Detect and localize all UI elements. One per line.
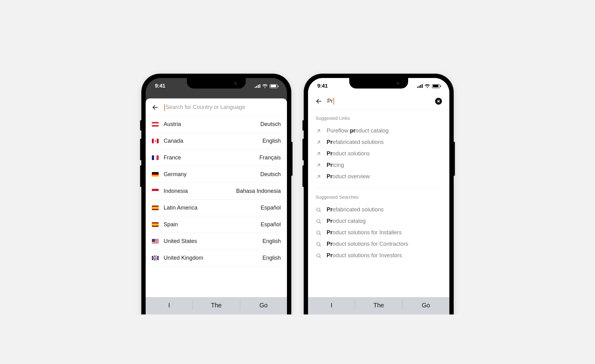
- svg-line-4: [317, 130, 320, 132]
- keyboard-row[interactable]: qwertyuiop: [308, 313, 449, 314]
- flag-icon: [152, 222, 159, 227]
- country-language: English: [262, 238, 281, 245]
- country-name: United States: [164, 238, 197, 245]
- keyboard-suggestion[interactable]: The: [192, 300, 240, 310]
- back-icon[interactable]: [152, 104, 159, 111]
- suggested-search[interactable]: Product solutions for Installers: [315, 227, 442, 238]
- search-icon: [315, 219, 322, 224]
- svg-line-18: [320, 257, 321, 258]
- country-row[interactable]: United StatesEnglish: [152, 233, 281, 250]
- country-language: Español: [261, 221, 281, 228]
- flag-icon: [152, 189, 159, 193]
- status-time: 9:41: [155, 83, 165, 89]
- search-bar[interactable]: Search for Country or Language: [146, 98, 287, 116]
- country-row[interactable]: ✦CanadaEnglish: [152, 133, 281, 150]
- country-row[interactable]: IndonesiaBahasa Indonesia: [152, 183, 281, 200]
- battery-icon: [270, 84, 278, 88]
- country-name: United Kingdom: [164, 255, 203, 261]
- side-button: [302, 165, 304, 187]
- search-input[interactable]: Pr: [327, 98, 334, 105]
- suggested-search[interactable]: Product solutions for Investors: [315, 250, 442, 261]
- suggested-link[interactable]: Product overview: [315, 171, 442, 182]
- keyboard-suggestion[interactable]: I: [146, 297, 192, 313]
- keyboard-suggestion[interactable]: Go: [240, 300, 287, 310]
- side-button: [140, 139, 142, 160]
- suggested-search[interactable]: Prefabricated solutions: [315, 204, 442, 215]
- search-page: Pr Suggested Links Pureflow product cata…: [308, 78, 449, 314]
- svg-line-8: [317, 176, 320, 178]
- suggested-search[interactable]: Product catalog: [315, 215, 442, 227]
- flag-icon: [152, 256, 159, 260]
- suggested-link[interactable]: Pureflow product catalog: [315, 125, 442, 136]
- phone-left: 9:41 Search for Country or Language Au: [141, 74, 291, 314]
- search-input-value: Pr: [327, 98, 333, 104]
- arrow-ne-icon: [315, 140, 322, 145]
- country-language: Français: [259, 154, 281, 161]
- country-language: Bahasa Indonesia: [236, 188, 281, 194]
- side-button: [302, 120, 304, 131]
- cellular-icon: [255, 84, 260, 88]
- suggested-links-list: Pureflow product catalogPrefabricated so…: [315, 125, 442, 182]
- country-row[interactable]: FranceFrançais: [152, 150, 281, 166]
- suggested-searches-list: Prefabricated solutionsProduct catalogPr…: [315, 204, 442, 261]
- flag-icon: ✦: [152, 139, 159, 143]
- flag-icon: [152, 172, 159, 177]
- wifi-icon: [262, 84, 268, 88]
- keyboard-suggestions[interactable]: ITheGo: [146, 297, 287, 313]
- suggested-link[interactable]: Prefabricated solutions: [315, 136, 442, 148]
- search-icon: [315, 253, 322, 258]
- keyboard-suggestion[interactable]: I: [308, 297, 355, 313]
- country-language: English: [262, 138, 281, 144]
- suggestion-text: Prefabricated solutions: [327, 206, 384, 213]
- suggested-search[interactable]: Product solutions for Contractors: [315, 238, 442, 250]
- keyboard-suggestion[interactable]: The: [355, 300, 402, 310]
- search-icon: [315, 241, 322, 247]
- side-button: [302, 139, 304, 160]
- clear-button[interactable]: [435, 98, 442, 105]
- suggestion-text: Prefabricated solutions: [327, 139, 384, 145]
- cellular-icon: [417, 84, 423, 88]
- flag-icon: [152, 206, 159, 210]
- keyboard-suggestions[interactable]: ITheGo: [308, 297, 449, 313]
- svg-line-12: [320, 222, 321, 223]
- svg-line-7: [317, 164, 320, 167]
- country-row[interactable]: United KingdomEnglish: [152, 250, 281, 266]
- svg-line-6: [317, 153, 320, 155]
- country-row[interactable]: Latin AmericaEspañol: [152, 200, 281, 216]
- battery-icon: [432, 84, 440, 88]
- keyboard[interactable]: ITheGo qwertyuiop: [308, 297, 449, 314]
- arrow-ne-icon: [315, 163, 322, 168]
- back-icon[interactable]: [315, 98, 322, 105]
- svg-line-5: [317, 141, 320, 144]
- country-name: Latin America: [164, 205, 197, 211]
- arrow-ne-icon: [315, 174, 322, 179]
- country-row[interactable]: AustriaDeutsch: [152, 116, 281, 133]
- suggested-link[interactable]: Pricing: [315, 159, 442, 171]
- country-name: France: [164, 154, 181, 161]
- country-language: Deutsch: [260, 171, 281, 178]
- svg-line-14: [320, 234, 321, 235]
- svg-line-10: [320, 211, 321, 212]
- search-icon: [315, 207, 322, 213]
- flag-icon: [152, 155, 159, 160]
- keyboard[interactable]: ITheGo qwertyuiop: [146, 297, 287, 314]
- suggestion-text: Product catalog: [327, 218, 366, 224]
- arrow-ne-icon: [315, 128, 322, 133]
- country-language: Español: [261, 205, 281, 211]
- suggested-link[interactable]: Product solutions: [315, 148, 442, 159]
- search-input[interactable]: Search for Country or Language: [164, 104, 245, 111]
- suggestion-text: Product solutions for Installers: [327, 229, 402, 236]
- status-time: 9:41: [317, 83, 328, 89]
- side-button: [453, 142, 455, 176]
- phone-right: 9:41 Pr: [304, 74, 454, 314]
- country-language: Deutsch: [260, 121, 281, 128]
- country-row[interactable]: SpainEspañol: [152, 216, 281, 233]
- keyboard-suggestion[interactable]: Go: [402, 300, 449, 310]
- country-row[interactable]: GermanyDeutsch: [152, 166, 281, 183]
- keyboard-row[interactable]: qwertyuiop: [146, 313, 287, 314]
- side-button: [291, 142, 293, 176]
- status-icons: [255, 84, 278, 88]
- side-button: [140, 165, 142, 187]
- notch: [349, 78, 408, 89]
- country-list[interactable]: AustriaDeutsch✦CanadaEnglishFranceFrança…: [146, 116, 287, 266]
